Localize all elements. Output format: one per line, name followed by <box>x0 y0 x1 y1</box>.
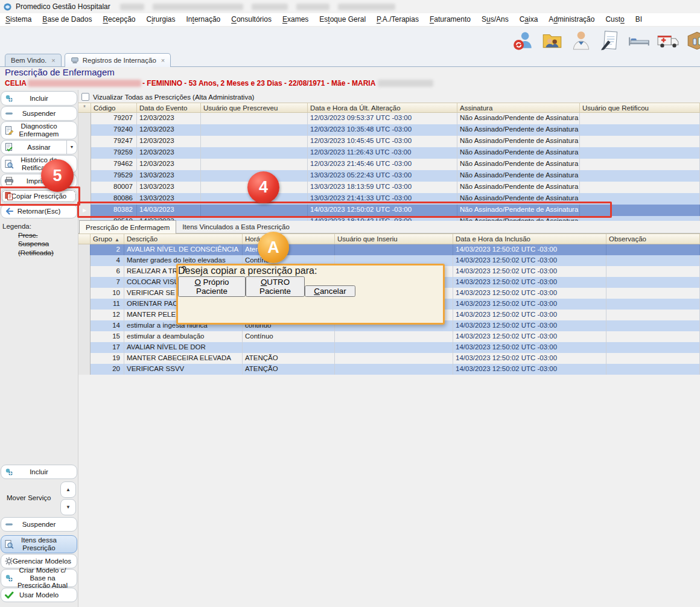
column-header-observacao[interactable]: Observação <box>606 234 700 244</box>
column-header-data-e-hora-da-inclusao[interactable]: Data e Hora da Inclusão <box>453 234 606 244</box>
patients-folder-icon[interactable] <box>541 29 564 52</box>
incluir-item-button[interactable]: Incluir <box>1 465 77 479</box>
table-row[interactable]: 7924012/03/202312/03/2023 10:35:48 UTC -… <box>78 124 700 136</box>
menu-item-exames[interactable]: Exames <box>277 13 314 26</box>
menu-item-caixa[interactable]: Caixa <box>514 13 544 26</box>
tab-bem-vindo[interactable]: Bem Vindo. × <box>5 54 62 66</box>
retornar-button[interactable]: Retornar(Esc) <box>1 204 77 218</box>
menu-item-estoque-geral[interactable]: Estoque Geral <box>314 13 371 26</box>
table-row[interactable]: 7925912/03/202312/03/2023 11:26:43 UTC -… <box>78 147 700 159</box>
menu-item-base-de-dados[interactable]: Base de Dados <box>37 13 97 26</box>
menu-item-faturamento[interactable]: Faturamento <box>424 13 476 26</box>
row-selector[interactable] <box>78 244 91 255</box>
table-row[interactable]: 7920712/03/202312/03/2023 09:53:37 UTC -… <box>78 113 700 124</box>
table-row[interactable]: 17AVALIAR NÍVEL DE DOR14/03/2023 12:50:0… <box>78 342 700 353</box>
show-all-prescriptions-checkbox[interactable] <box>81 93 89 101</box>
column-header-codigo[interactable]: Código <box>91 103 137 113</box>
tab-registros-de-internacao[interactable]: Registros de Internação × <box>65 53 171 67</box>
suspender-item-button[interactable]: Suspender <box>1 517 77 532</box>
suspender-button[interactable]: Suspender <box>1 106 77 121</box>
incluir-button[interactable]: Incluir <box>1 91 77 106</box>
page-title: Prescrição de Enfermagem <box>5 67 115 77</box>
row-selector[interactable] <box>78 170 91 182</box>
table-row[interactable]: 8000713/03/202313/03/2023 18:13:59 UTC -… <box>78 182 700 193</box>
table-row[interactable]: 8008613/03/202313/03/2023 21:41:33 UTC -… <box>78 193 700 205</box>
close-icon[interactable]: × <box>161 57 165 64</box>
ambulance-icon[interactable] <box>657 29 679 52</box>
clinical-note-icon[interactable] <box>599 29 622 52</box>
assinar-button[interactable]: Assinar ▼ <box>1 140 77 154</box>
outro-paciente-button[interactable]: OUTRO Paciente <box>246 276 305 297</box>
column-header-grupo[interactable]: Grupo▲ <box>91 234 124 244</box>
column-header-descricao[interactable]: Descrição <box>124 234 243 244</box>
table-cell: 79240 <box>91 124 137 136</box>
row-selector[interactable] <box>78 113 91 124</box>
doctor-icon[interactable] <box>570 29 593 52</box>
menu-item-internacao[interactable]: Internação <box>181 13 226 26</box>
table-cell <box>243 342 335 353</box>
copy-prescription-dialog: ? Deseja copiar a prescrição para: O Pró… <box>176 264 445 325</box>
column-header-horario[interactable]: Horário <box>243 234 335 244</box>
row-selector[interactable] <box>78 331 91 342</box>
table-row[interactable]: 7924712/03/202312/03/2023 10:45:45 UTC -… <box>78 136 700 147</box>
table-cell: 12/03/2023 10:45:45 UTC -03:00 <box>308 136 457 147</box>
row-selector[interactable]: ▶ <box>78 205 91 216</box>
table-row[interactable]: 15estimular a deambulaçãoContínuo14/03/2… <box>78 331 700 342</box>
table-row[interactable]: 7946212/03/202312/03/2023 21:45:46 UTC -… <box>78 159 700 170</box>
column-header-usuario-que-inseriu[interactable]: Usuário que Inseriu <box>335 234 453 244</box>
row-selector[interactable] <box>78 277 91 288</box>
menu-item-sistema[interactable]: Sistema <box>0 13 37 26</box>
row-selector[interactable] <box>78 159 91 170</box>
row-selector[interactable] <box>78 353 91 364</box>
row-selector[interactable] <box>78 364 91 375</box>
copiar-prescricao-button[interactable]: Copiar Prescrição <box>1 189 77 203</box>
assinar-dropdown[interactable]: ▼ <box>66 141 77 154</box>
table-cell <box>201 113 308 124</box>
column-header-usuario-que-prescreveu[interactable]: Usuário que Prescreveu <box>201 103 308 113</box>
pharmacy-box-icon[interactable] <box>686 29 700 52</box>
column-header-usuario-que-retificou[interactable]: Usuário que Retificou <box>580 103 700 113</box>
menu-item-recepcao[interactable]: Recepção <box>97 13 141 26</box>
row-selector[interactable] <box>78 310 91 320</box>
row-selector[interactable] <box>78 288 91 299</box>
tab-prescricao-de-enfermagem[interactable]: Prescrição de Enfermagem <box>79 220 176 234</box>
menu-item-bi[interactable]: BI <box>630 13 648 26</box>
row-selector[interactable] <box>78 182 91 193</box>
cancelar-button[interactable]: Cancelar <box>305 285 355 297</box>
row-selector[interactable] <box>78 147 91 159</box>
table-row[interactable]: ▶8038214/03/202314/03/2023 12:50:02 UTC … <box>78 205 700 216</box>
hospital-bed-icon[interactable] <box>628 29 651 52</box>
row-selector[interactable] <box>78 136 91 147</box>
row-selector[interactable] <box>78 342 91 353</box>
table-row[interactable]: 7952913/03/202313/03/2023 05:22:43 UTC -… <box>78 170 700 182</box>
row-selector[interactable] <box>78 299 91 310</box>
row-selector[interactable] <box>78 255 91 266</box>
menu-item-cirurgias[interactable]: Cirurgias <box>141 13 180 26</box>
column-header-data-do-evento[interactable]: Data do Evento <box>137 103 201 113</box>
row-selector[interactable] <box>78 193 91 205</box>
usar-modelo-button[interactable]: Usar Modelo <box>1 588 77 602</box>
tab-itens-vinculados[interactable]: Itens Vinculados a Esta Prescrição <box>176 220 296 233</box>
move-up-button[interactable]: ▲ <box>60 481 76 498</box>
itens-dessa-prescricao-button[interactable]: Itens dessa Prescrição <box>1 535 77 553</box>
row-selector[interactable] <box>78 266 91 277</box>
criar-modelo-button[interactable]: Criar Modelo c/ Base na Prescrição Atual <box>1 569 77 587</box>
column-header-assinatura[interactable]: Assinatura <box>457 103 580 113</box>
menu-item-administracao[interactable]: Administração <box>543 13 600 26</box>
table-row[interactable]: 2AVALIAR NÍVEL DE CONSCIÊNCIAAtenção14/0… <box>78 244 700 255</box>
row-selector[interactable] <box>78 320 91 331</box>
table-row[interactable]: 19MANTER CABECEIRA ELEVADAATENÇÃO14/03/2… <box>78 353 700 364</box>
diagnostico-enfermagem-button[interactable]: Diagnostico Enfermagem <box>1 121 77 139</box>
user-sync-icon[interactable] <box>512 29 535 52</box>
table-row[interactable]: 20VERIFICAR SSVVATENÇÃO14/03/2023 12:50:… <box>78 364 700 375</box>
menu-item-p-a-terapias[interactable]: P.A./Terapias <box>371 13 424 26</box>
menu-item-sus-ans[interactable]: Sus/Ans <box>476 13 514 26</box>
menu-item-consultorios[interactable]: Consultórios <box>226 13 277 26</box>
column-header-data-e-hora-da-ult-alteracao[interactable]: Data e Hora da Últ. Alteração <box>308 103 457 113</box>
move-down-button[interactable]: ▼ <box>60 499 76 515</box>
row-selector[interactable] <box>78 124 91 136</box>
close-icon[interactable]: × <box>51 57 55 64</box>
menu-item-custo[interactable]: Custo <box>600 13 629 26</box>
table-cell <box>580 182 700 193</box>
table-cell: 12/03/2023 09:53:37 UTC -03:00 <box>308 113 457 124</box>
